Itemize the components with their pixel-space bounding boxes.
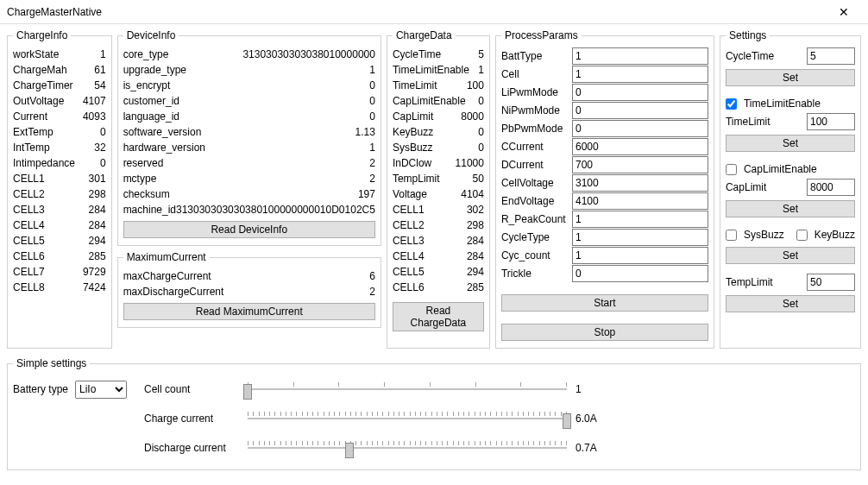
chargeinfo-key: ChargeMah bbox=[13, 62, 67, 78]
battery-type-select[interactable]: LiIo bbox=[75, 381, 127, 399]
processparams-input[interactable] bbox=[572, 138, 708, 155]
chargedata-value: 294 bbox=[467, 264, 484, 280]
chargeinfo-row: ExtTemp0 bbox=[13, 124, 106, 140]
chargedata-row: InDClow11000 bbox=[393, 155, 484, 171]
timelimitenable-checkbox[interactable] bbox=[726, 98, 737, 110]
caplimit-input[interactable] bbox=[807, 179, 855, 196]
timelimit-input[interactable] bbox=[807, 113, 855, 130]
settings-legend: Settings bbox=[726, 29, 770, 41]
timelimit-label: TimeLimit bbox=[726, 116, 802, 128]
set-templimit-button[interactable]: Set bbox=[726, 295, 855, 312]
chargeinfo-group: ChargeInfo workState1ChargeMah61ChargeTi… bbox=[7, 29, 112, 349]
set-caplimit-button[interactable]: Set bbox=[726, 200, 855, 217]
timelimitenable-label[interactable]: TimeLimitEnable bbox=[744, 98, 821, 110]
chargeinfo-value: 285 bbox=[89, 249, 106, 264]
stop-button[interactable]: Stop bbox=[501, 324, 708, 341]
processparams-input[interactable] bbox=[572, 192, 708, 210]
battery-type-label: Battery type bbox=[13, 383, 68, 395]
chargeinfo-row: IntTemp32 bbox=[13, 140, 106, 155]
deviceinfo-value: 1 bbox=[369, 62, 375, 78]
deviceinfo-row: machine_id313030303030380100000000010D01… bbox=[123, 202, 375, 217]
deviceinfo-key: checksum bbox=[123, 186, 170, 202]
chargeinfo-value: 284 bbox=[89, 202, 106, 217]
chargeinfo-value: 301 bbox=[89, 171, 106, 186]
chargeinfo-value: 32 bbox=[94, 140, 105, 155]
deviceinfo-value: 2 bbox=[369, 155, 375, 171]
chargedata-row: Voltage4104 bbox=[393, 186, 484, 202]
caplimitenable-checkbox[interactable] bbox=[726, 164, 737, 175]
deviceinfo-key: core_type bbox=[123, 47, 169, 62]
deviceinfo-key: reserved bbox=[123, 155, 164, 171]
processparams-input[interactable] bbox=[572, 120, 708, 137]
set-timelimit-button[interactable]: Set bbox=[726, 135, 855, 152]
processparams-input[interactable] bbox=[572, 247, 708, 264]
chargeinfo-value: 0 bbox=[100, 124, 106, 140]
processparams-row: EndVoltage bbox=[501, 192, 708, 210]
chargeinfo-row: ChargeMah61 bbox=[13, 62, 106, 78]
deviceinfo-row: reserved2 bbox=[123, 155, 375, 171]
deviceinfo-value: 0 bbox=[369, 109, 375, 124]
deviceinfo-value: 0 bbox=[369, 78, 375, 93]
chargeinfo-row: CELL1301 bbox=[13, 171, 106, 186]
close-icon[interactable]: ✕ bbox=[827, 5, 861, 19]
processparams-input[interactable] bbox=[572, 229, 708, 246]
processparams-input[interactable] bbox=[572, 211, 708, 228]
chargedata-row: SysBuzz0 bbox=[393, 140, 484, 155]
deviceinfo-row: mctype2 bbox=[123, 171, 375, 186]
chargeinfo-value: 61 bbox=[94, 62, 105, 78]
read-deviceinfo-button[interactable]: Read DeviceInfo bbox=[123, 221, 375, 238]
deviceinfo-row: customer_id0 bbox=[123, 93, 375, 109]
processparams-input[interactable] bbox=[572, 174, 708, 192]
charge-current-slider[interactable] bbox=[248, 406, 567, 431]
cycletime-input[interactable] bbox=[807, 47, 855, 65]
processparams-input[interactable] bbox=[572, 265, 708, 282]
chargeinfo-value: 294 bbox=[89, 233, 106, 249]
processparams-row: BattType bbox=[501, 47, 708, 65]
processparams-row: Cell bbox=[501, 65, 708, 83]
sysbuzz-checkbox[interactable] bbox=[726, 230, 737, 241]
keybuzz-label[interactable]: KeyBuzz bbox=[815, 229, 855, 241]
chargedata-key: Voltage bbox=[393, 186, 427, 202]
chargeinfo-key: ExtTemp bbox=[13, 124, 53, 140]
keybuzz-checkbox[interactable] bbox=[796, 230, 808, 241]
chargedata-row: CELL4284 bbox=[393, 249, 484, 264]
chargedata-row: CELL1302 bbox=[393, 202, 484, 217]
chargeinfo-row: CELL87424 bbox=[13, 280, 106, 295]
maxcurrent-key: maxChargeCurrent bbox=[123, 268, 211, 284]
templimit-input[interactable] bbox=[807, 274, 855, 291]
chargedata-value: 100 bbox=[467, 78, 484, 93]
caplimitenable-label[interactable]: CapLimitEnable bbox=[744, 163, 817, 175]
processparams-input[interactable] bbox=[572, 47, 708, 65]
start-button[interactable]: Start bbox=[501, 294, 708, 312]
processparams-input[interactable] bbox=[572, 66, 708, 83]
processparams-input[interactable] bbox=[572, 84, 708, 101]
chargedata-key: CELL4 bbox=[393, 249, 425, 264]
read-maximumcurrent-button[interactable]: Read MaximumCurrent bbox=[123, 303, 375, 320]
processparams-row: R_PeakCount bbox=[501, 210, 708, 228]
discharge-current-slider[interactable] bbox=[248, 436, 567, 460]
chargeinfo-key: Current bbox=[13, 109, 47, 124]
chargeinfo-row: Current4093 bbox=[13, 109, 106, 124]
chargedata-row: CapLimit8000 bbox=[393, 109, 484, 124]
maxcurrent-key: maxDischargeCurrent bbox=[123, 284, 224, 299]
deviceinfo-row: language_id0 bbox=[123, 109, 375, 124]
chargeinfo-key: CELL5 bbox=[13, 233, 45, 249]
maximumcurrent-group: MaximumCurrent maxChargeCurrent6maxDisch… bbox=[117, 251, 381, 328]
cycletime-label: CycleTime bbox=[726, 50, 802, 62]
read-chargedata-button[interactable]: Read ChargeData bbox=[393, 302, 484, 331]
sysbuzz-label[interactable]: SysBuzz bbox=[744, 229, 784, 241]
discharge-current-label: Discharge current bbox=[144, 442, 239, 454]
processparams-input[interactable] bbox=[572, 102, 708, 119]
cell-count-value: 1 bbox=[576, 383, 610, 395]
chargeinfo-row: CELL3284 bbox=[13, 202, 106, 217]
processparams-row: Cyc_count bbox=[501, 246, 708, 264]
simple-settings-legend: Simple settings bbox=[13, 357, 90, 369]
set-buzz-button[interactable]: Set bbox=[726, 247, 855, 264]
maxcurrent-row: maxChargeCurrent6 bbox=[123, 268, 375, 284]
processparams-input[interactable] bbox=[572, 156, 708, 173]
cell-count-slider[interactable] bbox=[248, 377, 567, 401]
chargedata-row: CELL2298 bbox=[393, 217, 484, 233]
processparams-label: R_PeakCount bbox=[501, 213, 569, 225]
set-cycletime-button[interactable]: Set bbox=[726, 69, 855, 86]
chargedata-row: CapLimitEnable0 bbox=[393, 93, 484, 109]
